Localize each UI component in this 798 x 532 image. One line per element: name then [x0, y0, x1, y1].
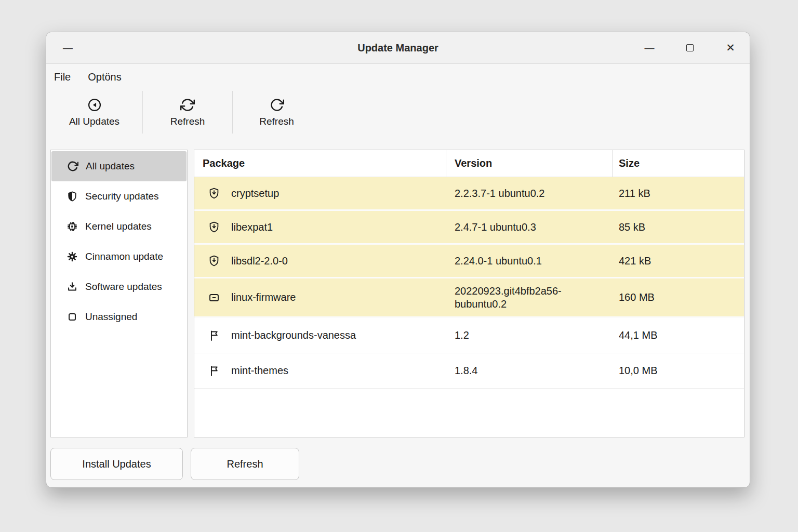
- package-cell: libsdl2-2.0-0: [194, 255, 446, 267]
- titlebar: — Update Manager — ✕: [46, 32, 750, 64]
- back-circle-icon: [87, 98, 102, 112]
- package-cell: mint-backgrounds-vanessa: [194, 329, 446, 342]
- update-manager-window: — Update Manager — ✕ File Optöns All Upd…: [46, 32, 750, 488]
- package-name: libsdl2-2.0-0: [231, 255, 288, 267]
- square-icon: [66, 311, 78, 323]
- menu-file[interactable]: File: [54, 70, 71, 85]
- refresh-button[interactable]: Refresh: [191, 448, 299, 480]
- size-cell: 421 kB: [613, 255, 744, 267]
- refresh-double-icon: [180, 98, 195, 112]
- download-icon: [66, 281, 78, 292]
- flag-icon: [208, 329, 220, 342]
- gear-icon: [66, 251, 78, 262]
- version-cell: 20220923.git4bfb2a56-bubuntu0.2: [446, 285, 613, 311]
- sidebar-item-all-updates[interactable]: All updates: [51, 151, 187, 181]
- sidebar-item-unassigned[interactable]: Unassigned: [51, 302, 187, 332]
- table-row[interactable]: mint-backgrounds-vanessa 1.2 44,1 MB: [194, 318, 744, 353]
- sidebar-item-label: Software updates: [85, 281, 162, 292]
- column-header-size[interactable]: Size: [613, 150, 744, 177]
- toolbar-refresh-button-2[interactable]: Refresh: [232, 91, 321, 134]
- version-cell: 2.24.0-1 ubuntu0.1: [446, 255, 613, 268]
- table-row[interactable]: cryptsetup 2.2.3.7-1 ubuntu0.2 211 kB: [194, 177, 744, 211]
- version-cell: 1.2: [446, 329, 613, 342]
- sidebar: All updates Security updates Kernel upda…: [50, 150, 188, 437]
- updates-table: Package Version Size cryptsetup 2.2.3.7-…: [194, 150, 744, 437]
- size-cell: 85 kB: [613, 221, 744, 233]
- shield-update-icon: [208, 255, 220, 267]
- size-cell: 211 kB: [613, 188, 744, 200]
- maximize-button[interactable]: [682, 40, 698, 56]
- table-row[interactable]: mint-themes 1.8.4 10,0 MB: [194, 353, 744, 389]
- package-name: cryptsetup: [231, 188, 279, 200]
- flag-icon: [208, 365, 220, 377]
- package-name: mint-backgrounds-vanessa: [231, 329, 356, 341]
- table-row[interactable]: libsdl2-2.0-0 2.24.0-1 ubuntu0.1 421 kB: [194, 245, 744, 278]
- maximize-icon: [686, 44, 694, 51]
- sidebar-item-security-updates[interactable]: Security updates: [51, 181, 187, 211]
- toolbar: All Updates Refresh Refresh: [46, 91, 750, 134]
- minimize-button[interactable]: —: [642, 40, 657, 56]
- shield-icon: [66, 191, 78, 202]
- shield-update-icon: [208, 187, 220, 200]
- sidebar-item-kernel-updates[interactable]: Kernel updates: [51, 211, 187, 242]
- size-cell: 10,0 MB: [613, 365, 744, 377]
- window-controls: — ✕: [642, 32, 738, 63]
- column-header-version[interactable]: Version: [446, 150, 613, 177]
- package-cell: cryptsetup: [194, 187, 446, 200]
- archive-icon: [208, 291, 220, 304]
- toolbar-button-label: All Updates: [69, 116, 119, 127]
- table-row[interactable]: linux-firmware 20220923.git4bfb2a56-bubu…: [194, 278, 744, 318]
- package-name: mint-themes: [231, 365, 288, 377]
- version-cell: 2.4.7-1 ubuntu0.3: [446, 221, 613, 234]
- toolbar-button-label: Refresh: [259, 116, 294, 127]
- package-name: linux-firmware: [231, 291, 296, 303]
- toolbar-button-label: Refresh: [170, 116, 205, 127]
- package-name: libexpat1: [231, 221, 273, 233]
- sidebar-item-cinnamon-update[interactable]: Cinnamon update: [51, 242, 187, 272]
- menu-options[interactable]: Optöns: [87, 70, 122, 85]
- toolbar-refresh-button[interactable]: Refresh: [142, 91, 232, 134]
- package-cell: libexpat1: [194, 221, 446, 233]
- table-row[interactable]: libexpat1 2.4.7-1 ubuntu0.3 85 kB: [194, 211, 744, 245]
- sidebar-item-software-updates[interactable]: Software updates: [51, 272, 187, 302]
- refresh-icon: [270, 98, 284, 112]
- sidebar-item-label: Cinnamon update: [85, 251, 163, 262]
- size-cell: 160 MB: [613, 291, 744, 303]
- titlebar-left-dash-icon[interactable]: —: [59, 32, 77, 63]
- window-title: Update Manager: [357, 42, 438, 54]
- toolbar-all-updates-button[interactable]: All Updates: [46, 91, 142, 134]
- sidebar-item-label: Unassigned: [85, 311, 137, 323]
- sidebar-item-label: All updates: [86, 161, 135, 172]
- menubar: File Optöns: [46, 64, 750, 90]
- version-cell: 2.2.3.7-1 ubuntu0.2: [446, 187, 613, 200]
- refresh-icon: [67, 161, 78, 172]
- column-header-package[interactable]: Package: [194, 150, 446, 177]
- table-header: Package Version Size: [194, 150, 744, 177]
- close-button[interactable]: ✕: [723, 40, 738, 56]
- shield-update-icon: [208, 221, 220, 233]
- chip-icon: [66, 221, 78, 232]
- package-cell: mint-themes: [194, 365, 446, 377]
- package-cell: linux-firmware: [194, 291, 446, 304]
- install-updates-button[interactable]: Install Updates: [50, 448, 183, 480]
- version-cell: 1.8.4: [446, 364, 613, 377]
- size-cell: 44,1 MB: [613, 329, 744, 341]
- sidebar-item-label: Security updates: [85, 191, 159, 202]
- sidebar-item-label: Kernel updates: [85, 221, 152, 232]
